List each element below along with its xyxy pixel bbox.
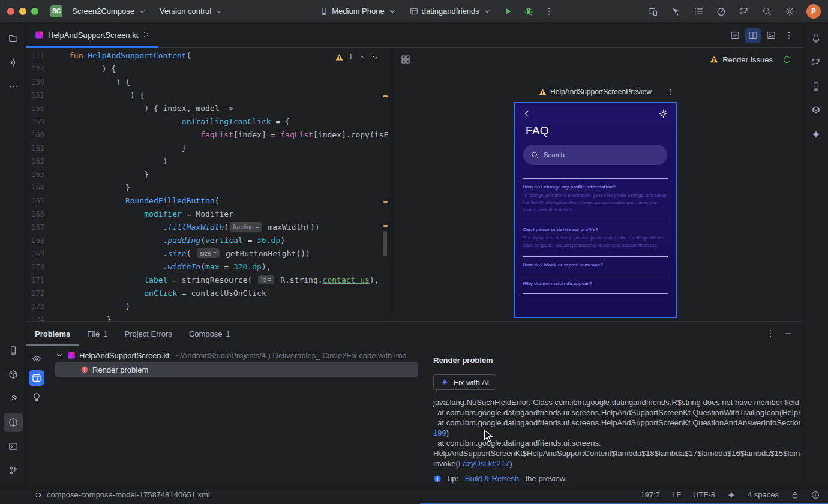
code-line[interactable]: 130 ) {: [26, 76, 389, 89]
warning-ruler-mark[interactable]: [383, 201, 388, 203]
gear-icon[interactable]: [659, 109, 668, 118]
code-view-button[interactable]: [727, 28, 743, 43]
build-refresh-link[interactable]: Build & Refresh: [465, 474, 519, 483]
more-horizontal-button[interactable]: [4, 77, 23, 96]
tab-project-errors[interactable]: Project Errors: [116, 322, 180, 346]
folder-button[interactable]: [4, 29, 23, 48]
faq-item[interactable]: Can I pause or delete my profile?Yes. If…: [523, 221, 668, 256]
design-view-button[interactable]: [763, 28, 779, 43]
tab-close-button[interactable]: [142, 31, 150, 40]
vcs-button[interactable]: [4, 461, 23, 480]
settings-button[interactable]: [781, 4, 798, 19]
inspection-widget[interactable]: 1: [335, 53, 379, 61]
warning-ruler-mark[interactable]: [383, 95, 388, 97]
fix-with-ai-button[interactable]: Fix with AI: [433, 374, 496, 390]
debug-button[interactable]: [520, 4, 537, 19]
tree-error-row[interactable]: Render problem: [55, 362, 418, 377]
device-manager-button[interactable]: [806, 77, 826, 96]
more-vertical-button[interactable]: [781, 28, 797, 43]
gradle-button[interactable]: [736, 4, 752, 19]
terminal-button[interactable]: [4, 437, 23, 456]
package-button[interactable]: [4, 365, 23, 384]
commit-button[interactable]: [4, 53, 23, 72]
file-lock[interactable]: [791, 491, 799, 499]
code-line[interactable]: 164 }: [26, 181, 389, 194]
caret-position[interactable]: 197:7: [640, 490, 660, 499]
split-view-button[interactable]: [745, 28, 761, 43]
gallery-view-button[interactable]: [398, 52, 413, 67]
tree-file-row[interactable]: HelpAndSupportScreen.kt ~/AndroidStudioP…: [47, 348, 436, 362]
code-line[interactable]: 159 onTrailingIconClick = {: [26, 115, 389, 128]
code-line[interactable]: 166 modifier = Modifier: [26, 208, 389, 221]
statusbar-file-widget[interactable]: compose-compose-model-1758748140651.xml: [8, 490, 210, 499]
code-line[interactable]: 173 ): [26, 300, 389, 313]
faq-search-bar[interactable]: Search: [523, 145, 667, 165]
phone-preview[interactable]: FAQ Search How do I change my profile in…: [514, 102, 677, 318]
render-issues-status[interactable]: Render Issues: [710, 55, 773, 64]
vcs-widget[interactable]: Version control: [155, 4, 228, 18]
refresh-preview-button[interactable]: [779, 52, 794, 67]
bell-button[interactable]: [806, 29, 826, 48]
code-line[interactable]: 162 ): [26, 155, 389, 168]
faq-item[interactable]: Why did my match disappear?: [523, 275, 668, 293]
faq-item[interactable]: How do I change my profile information?T…: [523, 179, 668, 221]
minimize-window-button[interactable]: [19, 8, 26, 15]
todo-list-button[interactable]: [690, 4, 707, 19]
code-line[interactable]: 151 ) {: [26, 89, 389, 102]
code-line[interactable]: 165 RoundedFilledButton(: [26, 194, 389, 208]
inspections-widget[interactable]: [811, 491, 820, 499]
tab-compose[interactable]: Compose1: [181, 322, 239, 346]
detail-view-button[interactable]: [29, 370, 44, 386]
code-line[interactable]: 172 onClick = contactUsOnClick: [26, 287, 389, 300]
build-button[interactable]: [4, 389, 23, 408]
chevron-down-icon[interactable]: [371, 53, 379, 61]
tab-file[interactable]: File1: [79, 322, 116, 346]
code-line[interactable]: 163 }: [26, 168, 389, 181]
code-line[interactable]: 111fun HelpAndSupportContent(: [26, 49, 389, 62]
ai-status[interactable]: [727, 491, 736, 499]
user-avatar[interactable]: P: [806, 4, 821, 19]
code-line[interactable]: 160 faqList[index] = faqList[index].copy…: [26, 128, 389, 142]
gradle-button[interactable]: [806, 53, 826, 72]
warning-ruler-mark[interactable]: [383, 225, 388, 227]
run-configuration-selector[interactable]: datingandfriends: [405, 4, 496, 18]
ai-cursor-button[interactable]: [667, 4, 684, 19]
code-line[interactable]: 124 ) {: [26, 62, 389, 76]
mirror-device-button[interactable]: [644, 4, 661, 19]
editor-scrollbar[interactable]: [383, 231, 387, 256]
device-selector[interactable]: Medium Phone: [315, 4, 401, 18]
code-line[interactable]: 170 .widthIn(max = 320.dp),: [26, 260, 389, 274]
preview-menu-button[interactable]: [665, 86, 676, 97]
code-line[interactable]: 171 label = stringResource( id = R.strin…: [26, 274, 389, 287]
code-line[interactable]: 174 }: [26, 313, 389, 321]
code-line[interactable]: 168 .padding(vertical = 36.dp): [26, 234, 389, 247]
code-line[interactable]: 161 }: [26, 142, 389, 155]
gemini-button[interactable]: [806, 125, 826, 144]
panel-menu-button[interactable]: [766, 329, 775, 338]
code-line[interactable]: 167 .fillMaxWidth(fraction = maxWidth()): [26, 221, 389, 234]
run-button[interactable]: [500, 4, 517, 19]
code-line[interactable]: 155 ) { index, model ->: [26, 102, 389, 115]
tab-helpandsupportscreen[interactable]: HelpAndSupportScreen.kt: [26, 23, 158, 47]
hide-panel-button[interactable]: [784, 329, 793, 338]
more-run-actions-button[interactable]: [541, 4, 557, 19]
code-line[interactable]: 169 .size( size = getButtonHeight()): [26, 247, 389, 260]
layers-button[interactable]: [806, 101, 826, 120]
eye-button[interactable]: [29, 351, 44, 367]
maximize-window-button[interactable]: [31, 8, 38, 15]
back-icon[interactable]: [523, 109, 532, 118]
faq-item[interactable]: How do I block or report someone?: [523, 257, 668, 275]
search-button[interactable]: [758, 4, 775, 19]
tab-problems[interactable]: Problems: [26, 322, 79, 346]
close-window-button[interactable]: [7, 8, 14, 15]
chevron-up-icon[interactable]: [358, 53, 366, 61]
chevron-down-icon[interactable]: [55, 351, 64, 359]
indent-config[interactable]: 4 spaces: [748, 490, 779, 499]
file-encoding[interactable]: UTF-8: [693, 490, 715, 499]
problems-button[interactable]: [4, 413, 23, 432]
device-button[interactable]: [4, 341, 23, 360]
stack-link[interactable]: 199: [433, 428, 446, 437]
code-editor[interactable]: 111fun HelpAndSupportContent(124 ) {130 …: [26, 48, 389, 321]
line-separator[interactable]: LF: [672, 490, 681, 499]
project-selector[interactable]: Screen2Compose: [67, 4, 151, 18]
